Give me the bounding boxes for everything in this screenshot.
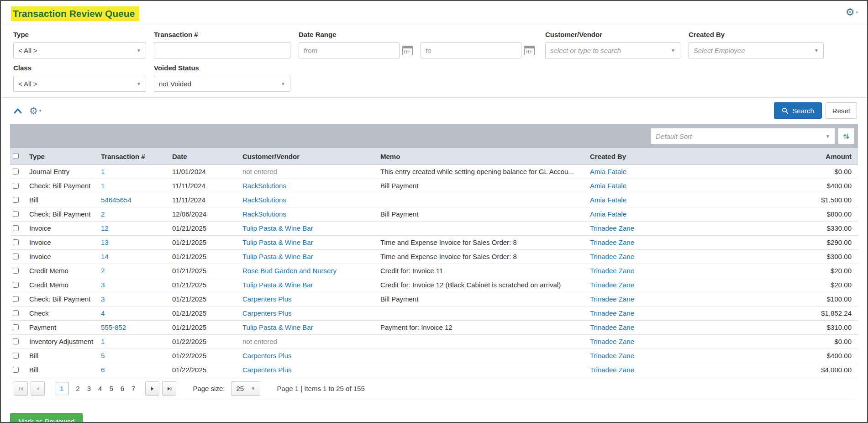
row-checkbox[interactable] bbox=[13, 183, 19, 189]
previous-page-button[interactable] bbox=[31, 381, 45, 396]
page-number-3[interactable]: 3 bbox=[87, 385, 91, 392]
page-number-2[interactable]: 2 bbox=[76, 385, 79, 392]
row-created-by-link[interactable]: Trinadee Zane bbox=[590, 267, 634, 275]
row-checkbox[interactable] bbox=[13, 338, 19, 344]
first-page-button[interactable] bbox=[14, 381, 28, 396]
row-checkbox[interactable] bbox=[13, 254, 19, 259]
column-header-amount[interactable]: Amount bbox=[716, 148, 858, 165]
row-customer[interactable]: Tulip Pasta & Wine Bar bbox=[242, 253, 313, 260]
last-page-button[interactable] bbox=[162, 381, 176, 396]
row-created-by-link[interactable]: Trinadee Zane bbox=[590, 253, 634, 260]
row-customer[interactable]: RackSolutions bbox=[242, 196, 286, 204]
row-transaction-link[interactable]: 5 bbox=[101, 352, 105, 360]
search-settings-button[interactable]: ⚙ ▾ bbox=[29, 106, 41, 116]
class-filter-dropdown[interactable]: < All > ▼ bbox=[13, 76, 146, 92]
row-customer[interactable]: RackSolutions bbox=[242, 182, 286, 190]
row-checkbox[interactable] bbox=[13, 211, 19, 217]
column-header-date[interactable]: Date bbox=[168, 148, 239, 165]
column-header-created-by[interactable]: Created By bbox=[586, 148, 716, 165]
row-customer[interactable]: Tulip Pasta & Wine Bar bbox=[242, 281, 313, 289]
row-transaction-link[interactable]: 13 bbox=[101, 238, 109, 246]
column-header-memo[interactable]: Memo bbox=[377, 148, 586, 165]
page-number-1[interactable]: 1 bbox=[55, 382, 68, 395]
row-customer[interactable]: Carpenters Plus bbox=[242, 309, 292, 317]
row-created-by-link[interactable]: Amia Fatale bbox=[590, 210, 626, 218]
collapse-filters-button[interactable] bbox=[13, 107, 23, 114]
row-transaction-link[interactable]: 2 bbox=[101, 210, 105, 218]
row-customer[interactable]: Tulip Pasta & Wine Bar bbox=[242, 224, 313, 232]
row-checkbox[interactable] bbox=[13, 367, 19, 373]
row-memo: Payment for: Invoice 12 bbox=[377, 321, 586, 335]
row-transaction-link[interactable]: 3 bbox=[101, 281, 105, 289]
row-customer[interactable]: Rose Bud Garden and Nursery bbox=[242, 267, 337, 275]
date-to-input[interactable] bbox=[421, 42, 521, 58]
row-created-by-link[interactable]: Amia Fatale bbox=[590, 182, 626, 190]
row-checkbox[interactable] bbox=[13, 197, 19, 203]
row-checkbox[interactable] bbox=[13, 296, 19, 302]
row-customer[interactable]: Carpenters Plus bbox=[242, 352, 292, 360]
voided-status-dropdown[interactable]: not Voided ▼ bbox=[154, 76, 290, 92]
row-transaction-link[interactable]: 54645654 bbox=[101, 196, 132, 204]
row-customer[interactable]: Carpenters Plus bbox=[242, 366, 292, 374]
page-size-dropdown[interactable]: 25 ▼ bbox=[231, 381, 260, 396]
row-transaction-link[interactable]: 12 bbox=[101, 224, 109, 232]
row-created-by-link[interactable]: Trinadee Zane bbox=[590, 224, 634, 232]
select-all-checkbox[interactable] bbox=[13, 153, 19, 159]
column-header-type[interactable]: Type bbox=[26, 148, 97, 165]
search-button[interactable]: Search bbox=[774, 102, 822, 119]
row-transaction-link[interactable]: 555-852 bbox=[101, 323, 126, 331]
row-created-by-link[interactable]: Trinadee Zane bbox=[590, 238, 634, 246]
row-created-by-link[interactable]: Trinadee Zane bbox=[590, 309, 634, 317]
row-created-by-link[interactable]: Trinadee Zane bbox=[590, 281, 634, 289]
row-checkbox[interactable] bbox=[13, 169, 19, 174]
row-customer[interactable]: Carpenters Plus bbox=[242, 295, 292, 303]
page-number-6[interactable]: 6 bbox=[121, 385, 124, 392]
row-checkbox[interactable] bbox=[13, 225, 19, 231]
row-created-by-link[interactable]: Trinadee Zane bbox=[590, 352, 634, 360]
sort-direction-button[interactable] bbox=[838, 128, 854, 144]
row-transaction-link[interactable]: 14 bbox=[101, 253, 109, 260]
row-created-by-link[interactable]: Amia Fatale bbox=[590, 196, 626, 204]
row-customer[interactable]: Tulip Pasta & Wine Bar bbox=[242, 323, 313, 331]
page-number-4[interactable]: 4 bbox=[98, 385, 102, 392]
page-number-5[interactable]: 5 bbox=[109, 385, 113, 392]
row-customer[interactable]: Tulip Pasta & Wine Bar bbox=[242, 238, 313, 246]
row-customer[interactable]: RackSolutions bbox=[242, 210, 286, 218]
row-transaction-link[interactable]: 3 bbox=[101, 295, 105, 303]
row-type: Check bbox=[26, 307, 97, 321]
transaction-number-input[interactable] bbox=[154, 42, 290, 58]
row-transaction-link[interactable]: 1 bbox=[101, 338, 105, 345]
row-type: Credit Memo bbox=[26, 264, 97, 278]
type-filter-dropdown[interactable]: < All > ▼ bbox=[13, 42, 146, 58]
date-from-input[interactable] bbox=[299, 42, 400, 58]
customer-vendor-dropdown[interactable]: select or type to search ▼ bbox=[545, 42, 680, 58]
sort-dropdown[interactable]: Default Sort ▼ bbox=[651, 128, 835, 144]
column-header-customer-vendor[interactable]: Customer/Vendor bbox=[239, 148, 377, 165]
page-number-7[interactable]: 7 bbox=[132, 385, 135, 392]
row-transaction-link[interactable]: 1 bbox=[101, 182, 105, 190]
row-created-by-link[interactable]: Trinadee Zane bbox=[590, 323, 634, 331]
created-by-dropdown[interactable]: Select Employee ▼ bbox=[689, 42, 824, 58]
mark-as-reviewed-button[interactable]: Mark as Reviewed bbox=[10, 413, 83, 423]
row-transaction-link[interactable]: 6 bbox=[101, 366, 105, 374]
row-checkbox[interactable] bbox=[13, 353, 19, 359]
row-checkbox[interactable] bbox=[13, 324, 19, 330]
row-memo: Credit for: Invoice 12 (Black Cabinet is… bbox=[377, 278, 586, 292]
row-transaction-link[interactable]: 2 bbox=[101, 267, 105, 275]
row-created-by-link[interactable]: Trinadee Zane bbox=[590, 338, 634, 345]
reset-button[interactable]: Reset bbox=[826, 102, 857, 119]
calendar-icon[interactable] bbox=[402, 46, 413, 55]
column-header-transaction-number[interactable]: Transaction # bbox=[97, 148, 168, 165]
calendar-icon[interactable] bbox=[524, 46, 535, 55]
row-transaction-link[interactable]: 4 bbox=[101, 309, 105, 317]
next-page-button[interactable] bbox=[145, 381, 159, 396]
row-transaction-link[interactable]: 1 bbox=[101, 168, 105, 175]
row-created-by-link[interactable]: Trinadee Zane bbox=[590, 295, 634, 303]
screen-settings-button[interactable]: ⚙ ▾ bbox=[846, 7, 858, 17]
row-checkbox[interactable] bbox=[13, 239, 19, 245]
row-checkbox[interactable] bbox=[13, 282, 19, 288]
row-created-by-link[interactable]: Amia Fatale bbox=[590, 168, 626, 175]
row-checkbox[interactable] bbox=[13, 268, 19, 274]
row-created-by-link[interactable]: Trinadee Zane bbox=[590, 366, 634, 374]
row-checkbox[interactable] bbox=[13, 310, 19, 316]
